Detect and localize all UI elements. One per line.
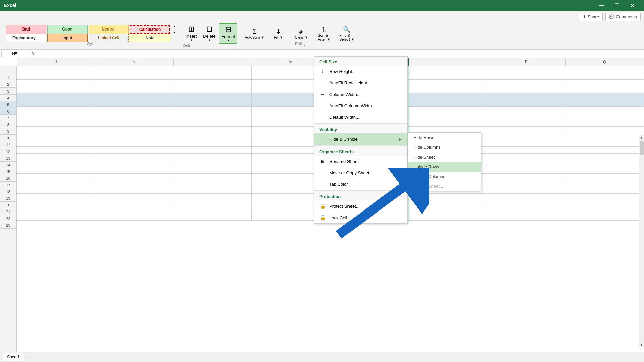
menu-col-width[interactable]: ↔ Column Width... bbox=[314, 88, 407, 100]
add-sheet-button[interactable]: + bbox=[28, 354, 31, 360]
menu-lock-cell[interactable]: 🔓 Lock Cell bbox=[314, 212, 407, 223]
cell-9-1[interactable] bbox=[95, 120, 173, 126]
insert-button[interactable]: ⊞ Insert ▼ bbox=[183, 23, 200, 44]
cell-15-1[interactable] bbox=[95, 160, 173, 167]
cell-20-0[interactable] bbox=[17, 194, 95, 200]
submenu-unhide-rows[interactable]: Unhide Rows bbox=[408, 162, 481, 172]
cell-2-2[interactable] bbox=[173, 73, 252, 79]
cell-11-1[interactable] bbox=[95, 133, 173, 140]
v-scroll-thumb[interactable] bbox=[640, 141, 644, 155]
cell-13-7[interactable] bbox=[566, 147, 644, 153]
cell-8-1[interactable] bbox=[95, 113, 173, 120]
cell-22-6[interactable] bbox=[487, 207, 566, 214]
cell-5-0[interactable] bbox=[17, 93, 95, 100]
sort-filter-button[interactable]: ⇅ Sort &Filter ▼ bbox=[314, 25, 334, 42]
cell-16-6[interactable] bbox=[487, 167, 566, 173]
cell-11-6[interactable] bbox=[487, 133, 566, 140]
style-calculation[interactable]: Calculation bbox=[130, 25, 170, 34]
cell-5-1[interactable] bbox=[95, 93, 173, 100]
cell-7-2[interactable] bbox=[173, 107, 252, 113]
cell-5-7[interactable] bbox=[566, 93, 644, 100]
name-box[interactable] bbox=[1, 51, 28, 57]
cell-3-5[interactable] bbox=[409, 80, 487, 86]
cell-1-1[interactable] bbox=[95, 66, 173, 73]
menu-row-height[interactable]: ↕ Row Height... bbox=[314, 66, 407, 77]
cell-15-6[interactable] bbox=[487, 160, 566, 167]
cell-22-5[interactable] bbox=[409, 207, 487, 214]
cell-19-0[interactable] bbox=[17, 187, 95, 193]
cell-21-1[interactable] bbox=[95, 200, 173, 207]
submenu-unhide-cols[interactable]: Unhide Columns bbox=[408, 172, 481, 181]
fill-button[interactable]: ⬇ Fill ▼ bbox=[268, 27, 288, 40]
menu-autofit-col[interactable]: AutoFit Column Width bbox=[314, 100, 407, 111]
styles-scroll-down[interactable]: ▼ bbox=[172, 31, 177, 34]
cell-7-7[interactable] bbox=[566, 107, 644, 113]
style-explanatory[interactable]: Explanatory ... bbox=[6, 34, 46, 42]
clear-button[interactable]: ◈ Clear ▼ bbox=[291, 27, 311, 40]
cell-10-7[interactable] bbox=[566, 127, 644, 133]
cell-1-2[interactable] bbox=[173, 66, 252, 73]
submenu-hide-rows[interactable]: Hide Rows bbox=[408, 133, 481, 142]
cell-23-0[interactable] bbox=[17, 214, 95, 220]
cell-6-5[interactable] bbox=[409, 100, 487, 106]
col-header-l[interactable]: L bbox=[174, 58, 252, 66]
col-header-k[interactable]: K bbox=[95, 58, 174, 66]
cell-13-1[interactable] bbox=[95, 147, 173, 153]
cell-5-2[interactable] bbox=[173, 93, 252, 100]
v-scrollbar[interactable]: ▲ ▼ bbox=[639, 135, 644, 347]
styles-scrollbar[interactable]: ▲ ▼ bbox=[172, 25, 177, 34]
menu-move-copy[interactable]: Move or Copy Sheet... bbox=[314, 167, 407, 178]
cell-12-1[interactable] bbox=[95, 140, 173, 146]
cell-21-6[interactable] bbox=[487, 200, 566, 207]
cell-19-6[interactable] bbox=[487, 187, 566, 193]
cell-17-7[interactable] bbox=[566, 174, 644, 180]
cell-3-0[interactable] bbox=[17, 80, 95, 86]
menu-hide-unhide[interactable]: Hide & Unhide ▶ bbox=[314, 133, 407, 145]
cell-3-6[interactable] bbox=[487, 80, 566, 86]
cell-2-7[interactable] bbox=[566, 73, 644, 79]
cell-15-0[interactable] bbox=[17, 160, 95, 167]
col-header-p[interactable]: P bbox=[487, 58, 566, 66]
cell-20-7[interactable] bbox=[566, 194, 644, 200]
cell-7-0[interactable] bbox=[17, 107, 95, 113]
style-good[interactable]: Good bbox=[47, 25, 88, 34]
cell-18-1[interactable] bbox=[95, 180, 173, 187]
cell-20-2[interactable] bbox=[173, 194, 252, 200]
cell-18-6[interactable] bbox=[487, 180, 566, 187]
cell-11-7[interactable] bbox=[566, 133, 644, 140]
cell-13-2[interactable] bbox=[173, 147, 252, 153]
cell-17-0[interactable] bbox=[17, 174, 95, 180]
cell-8-2[interactable] bbox=[173, 113, 252, 120]
sheet-tab-sheet1[interactable]: Sheet1 bbox=[3, 353, 24, 361]
cell-5-5[interactable] bbox=[409, 93, 487, 100]
cell-22-0[interactable] bbox=[17, 207, 95, 214]
comments-button[interactable]: 💬 Comments bbox=[605, 13, 641, 21]
cell-21-5[interactable] bbox=[409, 200, 487, 207]
cell-12-6[interactable] bbox=[487, 140, 566, 146]
cell-16-1[interactable] bbox=[95, 167, 173, 173]
close-button[interactable]: ✕ bbox=[625, 0, 640, 11]
cell-1-6[interactable] bbox=[487, 66, 566, 73]
cell-2-0[interactable] bbox=[17, 73, 95, 79]
cell-13-6[interactable] bbox=[487, 147, 566, 153]
v-scroll-up[interactable]: ▲ bbox=[639, 135, 644, 140]
cell-2-6[interactable] bbox=[487, 73, 566, 79]
cell-16-2[interactable] bbox=[173, 167, 252, 173]
style-input[interactable]: Input bbox=[47, 34, 88, 42]
cell-15-2[interactable] bbox=[173, 160, 252, 167]
cell-9-6[interactable] bbox=[487, 120, 566, 126]
styles-scroll-up[interactable]: ▲ bbox=[172, 25, 177, 28]
cell-22-7[interactable] bbox=[566, 207, 644, 214]
cell-19-2[interactable] bbox=[173, 187, 252, 193]
cell-7-1[interactable] bbox=[95, 107, 173, 113]
cell-23-1[interactable] bbox=[95, 214, 173, 220]
cell-22-2[interactable] bbox=[173, 207, 252, 214]
cell-4-1[interactable] bbox=[95, 86, 173, 93]
menu-autofit-row[interactable]: AutoFit Row Height bbox=[314, 77, 407, 88]
cell-7-5[interactable] bbox=[409, 107, 487, 113]
col-header-q[interactable]: Q bbox=[566, 58, 644, 66]
formula-input[interactable] bbox=[38, 51, 643, 57]
minimize-button[interactable]: ― bbox=[594, 0, 609, 11]
cell-10-6[interactable] bbox=[487, 127, 566, 133]
cell-20-5[interactable] bbox=[409, 194, 487, 200]
